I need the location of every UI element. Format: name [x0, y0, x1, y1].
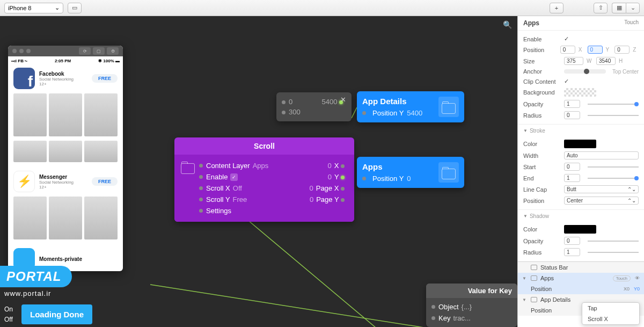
app-icon: ⚡: [13, 171, 35, 192]
node-value[interactable]: ✕ 05400 300: [276, 92, 352, 121]
layer-row[interactable]: PositionX0Y0: [518, 284, 644, 294]
toolbar: iPhone 8⌄ ▭ + ⇧ ▦⌄: [0, 0, 644, 16]
menu-item[interactable]: Scroll X: [582, 314, 639, 324]
shadow-opacity-slider[interactable]: [588, 241, 639, 242]
refresh-icon[interactable]: ⟳: [79, 47, 91, 55]
inspector-title: Apps: [523, 19, 539, 27]
linecap-select[interactable]: Butt⌃⌄: [564, 185, 639, 193]
stroke-position-select[interactable]: Center⌃⌄: [564, 197, 639, 205]
shadow-radius-field[interactable]: 1: [564, 248, 580, 256]
menu-item[interactable]: Tap: [582, 303, 639, 314]
preview-window: ⟳ ▢ ⚙ ••ıl FB ⏦ 2:05 PM ✱ 100% ▬ f Faceb…: [8, 46, 123, 271]
shadow-opacity-field[interactable]: 0: [564, 237, 580, 245]
enable-checkbox[interactable]: ✓: [564, 35, 569, 42]
stroke-start-slider[interactable]: [588, 166, 639, 168]
node-apps[interactable]: Apps Position Y0: [357, 157, 464, 188]
layer-row[interactable]: ▼AppsTouch👁: [518, 273, 644, 284]
position-y-field[interactable]: 0: [588, 46, 603, 54]
share-button[interactable]: ⇧: [594, 3, 608, 13]
get-button[interactable]: FREE: [92, 74, 118, 83]
list-item[interactable]: ⚡ Messenger Social Networking 12+ FREE: [11, 166, 120, 197]
stroke-end-slider[interactable]: [588, 178, 639, 179]
app-icon: f: [13, 68, 35, 89]
folder-icon: [181, 163, 195, 174]
layer-icon: [531, 265, 537, 270]
folder-icon: [531, 297, 537, 302]
gear-icon[interactable]: ⚙: [107, 47, 119, 55]
radius-field[interactable]: 0: [564, 111, 580, 119]
width-field[interactable]: 375: [564, 57, 583, 65]
canvas[interactable]: 🔍 ⟳ ▢ ⚙ ••ıl FB ⏦ 2:05 PM ✱ 100% ▬ f: [0, 16, 517, 327]
folder-icon: [442, 103, 456, 114]
search-icon[interactable]: 🔍: [503, 20, 512, 29]
get-button[interactable]: FREE: [92, 177, 118, 186]
radius-slider[interactable]: [588, 115, 639, 116]
opacity-slider[interactable]: [588, 104, 639, 105]
layer-row[interactable]: Status Bar: [518, 262, 644, 273]
anchor-slider[interactable]: [564, 69, 606, 74]
position-x-field[interactable]: 0: [560, 46, 575, 54]
list-item[interactable]: f Facebook Social Networking 12+ FREE: [11, 63, 120, 93]
folder-icon: [531, 275, 537, 281]
inspector-panel: Apps Touch Enable✓ Position 0X 0Y 0Z Siz…: [517, 16, 644, 327]
context-popup[interactable]: Tap Scroll X: [582, 302, 640, 325]
stroke-width-select[interactable]: Auto: [564, 151, 639, 159]
stroke-end-field[interactable]: 1: [564, 174, 580, 182]
camera-icon[interactable]: ▢: [93, 47, 105, 55]
height-field[interactable]: 3540: [596, 57, 616, 65]
orientation-button[interactable]: ▭: [68, 3, 82, 13]
folder-icon: [442, 169, 456, 179]
add-button[interactable]: +: [550, 3, 564, 13]
opacity-field[interactable]: 1: [564, 100, 580, 108]
node-app-details[interactable]: App Details Position Y5400: [357, 91, 464, 122]
node-value-for-key[interactable]: Value for Key Object{...} Keytrac...: [426, 284, 517, 327]
position-z-field[interactable]: 0: [614, 46, 630, 54]
loading-badge: Loading Done: [21, 304, 92, 324]
view-segmented[interactable]: ▦⌄: [612, 3, 640, 13]
watermark: PORTAL www.portal.ir: [0, 266, 72, 297]
background-swatch[interactable]: [564, 88, 596, 97]
shadow-color-swatch[interactable]: [564, 225, 596, 234]
close-icon[interactable]: ✕: [340, 96, 346, 104]
chevron-icon: ⌄: [55, 4, 60, 11]
on-off-label: OnOff: [0, 302, 17, 327]
node-scroll[interactable]: Scroll Content LayerApps Enable✓ Scroll …: [174, 137, 354, 222]
stroke-start-field[interactable]: 0: [564, 163, 580, 171]
device-select[interactable]: iPhone 8⌄: [4, 3, 63, 13]
clip-checkbox[interactable]: ✓: [564, 78, 569, 85]
shadow-radius-slider[interactable]: [588, 252, 639, 253]
stroke-color-swatch[interactable]: [564, 140, 596, 148]
